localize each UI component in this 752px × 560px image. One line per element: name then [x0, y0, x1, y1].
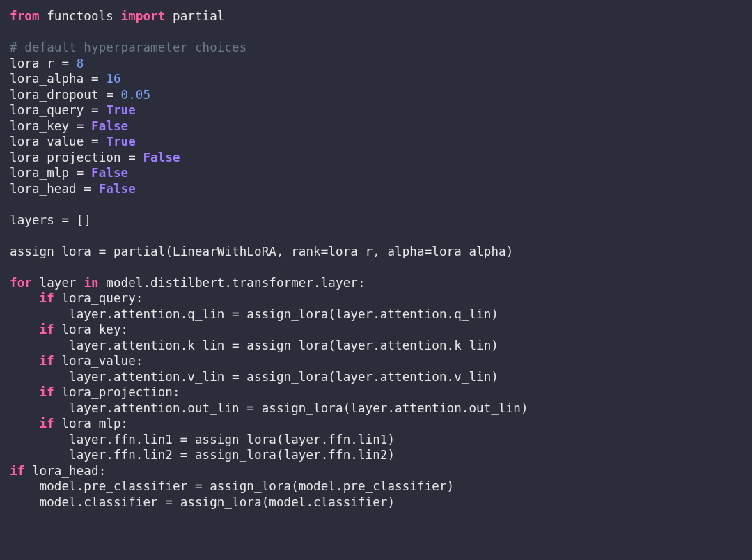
code-token-def: lora_query	[10, 103, 91, 117]
code-token-def: assign_lora	[10, 244, 99, 258]
code-token-op: :	[121, 417, 129, 430]
code-token-def: lora_r	[10, 56, 61, 70]
code-token-def: layer.ffn.lin2	[10, 448, 180, 462]
code-token-kw: if	[40, 354, 54, 368]
code-token-op: =	[246, 401, 261, 415]
code-token-def: assign_lora(layer.attention.q_lin)	[246, 307, 499, 321]
code-token-def: model.classifier	[10, 495, 165, 509]
code-token-op: =	[425, 244, 432, 258]
code-token-def: partial	[165, 9, 224, 23]
code-token-def: lora_value	[10, 134, 91, 148]
code-token-bool: True	[106, 103, 136, 117]
code-token-def: layer.attention.v_lin	[10, 370, 232, 384]
code-token-def: model.pre_classifier	[10, 479, 195, 493]
code-token-def: lora_alpha	[10, 72, 91, 86]
code-token-def	[10, 291, 40, 305]
code-token-kw: if	[40, 385, 54, 399]
code-token-kw: in	[84, 276, 98, 290]
code-token-op: =	[128, 150, 143, 164]
code-token-num: 16	[106, 72, 120, 86]
code-token-def: assign_lora(layer.attention.v_lin)	[246, 370, 499, 384]
code-token-def: lora_query	[54, 291, 136, 305]
code-token-op: :	[173, 385, 180, 399]
code-token-kw: if	[10, 464, 24, 478]
code-token-op: =	[232, 307, 246, 321]
code-token-op: :	[99, 464, 107, 478]
code-token-def: lora_r, alpha	[328, 244, 424, 258]
code-token-def: assign_lora(model.pre_classifier)	[210, 479, 454, 493]
code-token-kw: if	[40, 322, 54, 336]
code-token-op: =	[77, 119, 91, 133]
code-token-def: layer.attention.q_lin	[10, 307, 232, 321]
code-token-op: = []	[61, 213, 91, 227]
code-token-def: lora_mlp	[54, 417, 121, 430]
code-token-def: assign_lora(layer.attention.k_lin)	[246, 339, 499, 352]
code-token-def: layer	[32, 276, 84, 290]
code-token-op: =	[232, 339, 246, 352]
code-token-def: lora_head	[10, 182, 84, 196]
code-token-kw: from	[10, 9, 40, 23]
code-token-bool: False	[99, 182, 136, 196]
code-token-bool: True	[106, 134, 136, 148]
code-token-def: layers	[10, 213, 61, 227]
code-token-def: lora_dropout	[10, 88, 106, 102]
code-token-def: lora_mlp	[10, 166, 77, 180]
code-token-num: 0.05	[121, 88, 151, 102]
code-token-def	[10, 417, 40, 430]
code-token-op: :	[358, 276, 366, 290]
code-token-def: partial(LinearWithLoRA, rank	[113, 244, 321, 258]
code-token-def: functools	[40, 9, 121, 23]
code-token-def: layer.ffn.lin1	[10, 433, 180, 446]
code-token-op: =	[91, 134, 106, 148]
code-token-op: =	[61, 56, 76, 70]
code-token-def: model.distilbert.transformer.layer	[99, 276, 358, 290]
code-block: from functools import partial # default …	[0, 0, 752, 518]
code-token-op: =	[180, 433, 195, 446]
code-token-def: layer.attention.out_lin	[10, 401, 246, 415]
code-token-num: 8	[77, 56, 84, 70]
code-token-def: lora_projection	[54, 385, 173, 399]
code-token-kw: if	[40, 417, 54, 430]
code-token-op: =	[106, 88, 120, 102]
code-token-cmt: # default hyperparameter choices	[10, 40, 246, 54]
code-token-def: lora_key	[54, 322, 121, 336]
code-token-def: assign_lora(layer.attention.out_lin)	[262, 401, 528, 415]
code-token-def: assign_lora(layer.ffn.lin2)	[195, 448, 395, 462]
code-token-def	[10, 322, 40, 336]
code-content: from functools import partial # default …	[10, 9, 528, 509]
code-token-kw: if	[40, 291, 54, 305]
code-token-op: :	[136, 354, 143, 368]
code-token-def	[10, 385, 40, 399]
code-token-def: assign_lora(model.classifier)	[180, 495, 395, 509]
code-token-def: lora_key	[10, 119, 77, 133]
code-token-def: layer.attention.k_lin	[10, 339, 232, 352]
code-token-op: =	[180, 448, 195, 462]
code-token-bool: False	[143, 150, 180, 164]
code-token-op: =	[195, 479, 210, 493]
code-token-op: =	[77, 166, 91, 180]
code-token-op: =	[321, 244, 329, 258]
code-token-op: :	[136, 291, 143, 305]
code-token-def: lora_head	[24, 464, 98, 478]
code-token-op: =	[91, 72, 106, 86]
code-token-def: assign_lora(layer.ffn.lin1)	[195, 433, 395, 446]
code-token-def: lora_alpha)	[432, 244, 513, 258]
code-token-op: :	[121, 322, 129, 336]
code-token-op: =	[91, 103, 106, 117]
code-token-op: =	[165, 495, 180, 509]
code-token-bool: False	[91, 119, 128, 133]
code-token-kw: for	[10, 276, 32, 290]
code-token-op: =	[84, 182, 98, 196]
code-token-kw: import	[121, 9, 166, 23]
code-token-def: lora_value	[54, 354, 136, 368]
code-token-def	[10, 354, 40, 368]
code-token-def: lora_projection	[10, 150, 128, 164]
code-token-bool: False	[91, 166, 128, 180]
code-token-op: =	[99, 244, 113, 258]
code-token-op: =	[232, 370, 246, 384]
